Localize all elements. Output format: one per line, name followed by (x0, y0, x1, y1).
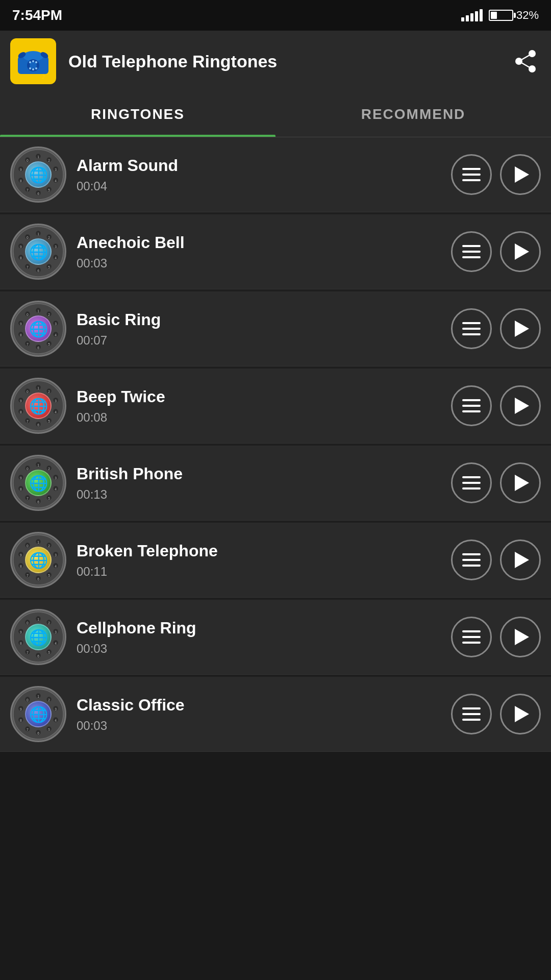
list-item[interactable]: 1234567890 🌐 Anechoic Bell 00:03 (0, 214, 551, 289)
dial-icon: 1234567890 🌐 (10, 532, 66, 588)
item-controls (451, 462, 541, 503)
svg-text:3: 3 (55, 476, 57, 480)
svg-text:7: 7 (27, 420, 29, 423)
battery-container: 32% (489, 9, 539, 22)
play-button[interactable] (500, 540, 541, 580)
svg-text:0: 0 (27, 698, 29, 702)
svg-text:8: 8 (20, 179, 22, 183)
play-button[interactable] (500, 385, 541, 426)
svg-text:1: 1 (37, 541, 39, 544)
play-icon (515, 321, 529, 337)
play-button[interactable] (500, 308, 541, 349)
menu-icon (462, 245, 481, 258)
svg-text:1: 1 (37, 695, 39, 698)
menu-button[interactable] (451, 231, 492, 272)
svg-text:7: 7 (27, 188, 29, 192)
app-title: Old Telephone Ringtones (68, 52, 510, 71)
share-button[interactable] (510, 46, 541, 77)
ringtone-duration: 00:13 (77, 487, 451, 502)
item-controls (451, 385, 541, 426)
svg-text:7: 7 (27, 497, 29, 500)
play-button[interactable] (500, 617, 541, 657)
svg-text:7: 7 (27, 651, 29, 654)
svg-text:1: 1 (37, 232, 39, 236)
list-item[interactable]: 1234567890 🌐 Classic Office 00:03 (0, 677, 551, 752)
svg-text:9: 9 (20, 168, 22, 172)
menu-icon (462, 399, 481, 412)
svg-text:0: 0 (27, 390, 29, 394)
ringtone-info: Classic Office 00:03 (77, 696, 451, 733)
svg-text:3: 3 (55, 168, 57, 172)
app-header: ♪ Old Telephone Ringtones (0, 31, 551, 92)
signal-bar-1 (461, 17, 464, 21)
ringtone-name: Beep Twice (77, 387, 451, 406)
ringtone-list: 1234567890 🌐 Alarm Sound 00:04 (0, 137, 551, 752)
list-item[interactable]: 1234567890 🌐 Alarm Sound 00:04 (0, 137, 551, 212)
menu-button[interactable] (451, 385, 492, 426)
play-icon (515, 166, 529, 183)
svg-text:9: 9 (20, 322, 22, 326)
svg-text:3: 3 (55, 245, 57, 249)
svg-text:6: 6 (37, 192, 39, 195)
signal-bar-2 (466, 15, 469, 21)
ringtone-duration: 00:08 (77, 410, 451, 425)
ringtone-name: British Phone (77, 464, 451, 483)
menu-button[interactable] (451, 694, 492, 734)
svg-text:2: 2 (48, 236, 50, 239)
svg-point-8 (32, 60, 34, 62)
svg-text:3: 3 (55, 322, 57, 326)
svg-text:8: 8 (20, 565, 22, 568)
svg-text:♪: ♪ (41, 71, 46, 81)
item-controls (451, 308, 541, 349)
list-item[interactable]: 1234567890 🌐 Cellphone Ring 00:03 (0, 600, 551, 675)
svg-text:9: 9 (20, 399, 22, 403)
svg-text:5: 5 (48, 420, 50, 423)
svg-text:6: 6 (37, 500, 39, 504)
ringtone-name: Alarm Sound (77, 156, 451, 175)
menu-icon (462, 476, 481, 489)
svg-text:1: 1 (37, 309, 39, 313)
play-button[interactable] (500, 154, 541, 195)
list-item[interactable]: 1234567890 🌐 Broken Telephone 00:11 (0, 523, 551, 598)
list-item[interactable]: 1234567890 🌐 Beep Twice 00:08 (0, 369, 551, 444)
play-icon (515, 706, 529, 722)
svg-text:1: 1 (37, 618, 39, 621)
dial-icon: 1234567890 🌐 (10, 146, 66, 203)
item-controls (451, 617, 541, 657)
svg-text:7: 7 (27, 342, 29, 346)
svg-text:8: 8 (20, 333, 22, 337)
list-item[interactable]: 1234567890 🌐 Basic Ring 00:07 (0, 291, 551, 366)
tab-ringtones[interactable]: RINGTONES (0, 92, 276, 137)
svg-text:4: 4 (55, 410, 57, 414)
ringtone-name: Basic Ring (77, 310, 451, 329)
menu-button[interactable] (451, 540, 492, 580)
play-button[interactable] (500, 231, 541, 272)
dial-icon: 1234567890 🌐 (10, 455, 66, 511)
svg-text:3: 3 (55, 399, 57, 403)
menu-button[interactable] (451, 308, 492, 349)
play-button[interactable] (500, 462, 541, 503)
list-item[interactable]: 1234567890 🌐 British Phone 00:13 (0, 446, 551, 521)
svg-text:7: 7 (27, 265, 29, 269)
svg-text:5: 5 (48, 651, 50, 654)
item-controls (451, 694, 541, 734)
ringtone-duration: 00:03 (77, 719, 451, 733)
ringtone-duration: 00:03 (77, 642, 451, 656)
svg-text:2: 2 (48, 467, 50, 471)
svg-text:2: 2 (48, 621, 50, 625)
dial-icon: 1234567890 🌐 (10, 609, 66, 665)
menu-button[interactable] (451, 617, 492, 657)
play-icon (515, 475, 529, 491)
menu-button[interactable] (451, 154, 492, 195)
menu-button[interactable] (451, 462, 492, 503)
tab-recommend[interactable]: RECOMMEND (276, 92, 551, 137)
dial-icon: 1234567890 🌐 (10, 686, 66, 742)
dial-icon: 1234567890 🌐 (10, 224, 66, 280)
svg-text:3: 3 (55, 553, 57, 557)
svg-point-9 (32, 68, 34, 70)
play-icon (515, 243, 529, 260)
svg-text:1: 1 (37, 463, 39, 467)
ringtone-name: Cellphone Ring (77, 619, 451, 638)
svg-text:9: 9 (20, 707, 22, 711)
play-button[interactable] (500, 694, 541, 734)
